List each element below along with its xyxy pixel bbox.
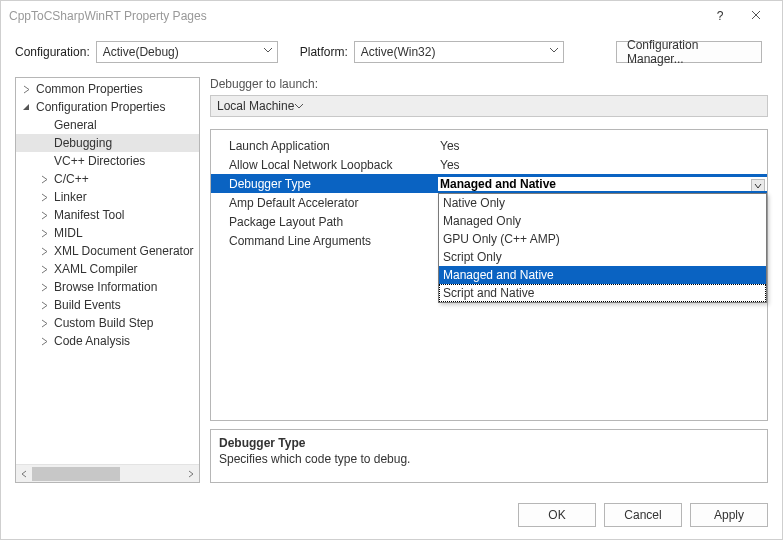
- chevron-collapsed-icon[interactable]: [38, 175, 50, 184]
- property-row[interactable]: Allow Local Network LoopbackYes: [211, 155, 767, 174]
- tree-item-label: Debugging: [52, 135, 114, 151]
- platform-label: Platform:: [300, 45, 348, 59]
- chevron-collapsed-icon[interactable]: [38, 337, 50, 346]
- tree-item[interactable]: General: [16, 116, 199, 134]
- description-text: Specifies which code type to debug.: [219, 452, 759, 466]
- tree-item-label: VC++ Directories: [52, 153, 147, 169]
- tree-item[interactable]: Common Properties: [16, 80, 199, 98]
- dropdown-item[interactable]: Script Only: [439, 248, 766, 266]
- chevron-collapsed-icon[interactable]: [20, 85, 32, 94]
- chevron-collapsed-icon[interactable]: [38, 301, 50, 310]
- chevron-expanded-icon[interactable]: [20, 103, 32, 112]
- tree-item-label: Browse Information: [52, 279, 159, 295]
- chevron-down-icon: [549, 45, 559, 55]
- chevron-down-icon[interactable]: [751, 179, 765, 191]
- chevron-collapsed-icon[interactable]: [38, 265, 50, 274]
- tree-item[interactable]: Custom Build Step: [16, 314, 199, 332]
- dropdown-item[interactable]: Script and Native: [439, 284, 766, 302]
- window-title: CppToCSharpWinRT Property Pages: [9, 9, 702, 23]
- property-pages-dialog: CppToCSharpWinRT Property Pages ? Config…: [0, 0, 783, 540]
- tree-item-label: General: [52, 117, 99, 133]
- tree-item[interactable]: XAML Compiler: [16, 260, 199, 278]
- dropdown-item[interactable]: Native Only: [439, 194, 766, 212]
- tree-item-label: XML Document Generator: [52, 243, 196, 259]
- chevron-collapsed-icon[interactable]: [38, 283, 50, 292]
- configuration-label: Configuration:: [15, 45, 90, 59]
- tree-item[interactable]: VC++ Directories: [16, 152, 199, 170]
- property-key: Allow Local Network Loopback: [211, 158, 438, 172]
- config-row: Configuration: Active(Debug) Platform: A…: [1, 31, 782, 77]
- tree-item[interactable]: Build Events: [16, 296, 199, 314]
- tree-item-label: Common Properties: [34, 81, 145, 97]
- tree-item-label: Custom Build Step: [52, 315, 155, 331]
- debugger-launch-label: Debugger to launch:: [210, 77, 768, 91]
- description-panel: Debugger Type Specifies which code type …: [210, 429, 768, 483]
- close-button[interactable]: [738, 2, 774, 30]
- configuration-combo[interactable]: Active(Debug): [96, 41, 278, 63]
- property-key: Launch Application: [211, 139, 438, 153]
- property-grid: Launch ApplicationYesAllow Local Network…: [210, 129, 768, 421]
- close-icon: [751, 9, 761, 23]
- tree-item[interactable]: Code Analysis: [16, 332, 199, 350]
- chevron-collapsed-icon[interactable]: [38, 247, 50, 256]
- scroll-left-icon[interactable]: [16, 466, 32, 482]
- chevron-collapsed-icon[interactable]: [38, 193, 50, 202]
- debugger-launch-value: Local Machine: [217, 99, 294, 113]
- tree-item[interactable]: Configuration Properties: [16, 98, 199, 116]
- property-key: Debugger Type: [211, 177, 438, 191]
- chevron-collapsed-icon[interactable]: [38, 229, 50, 238]
- chevron-down-icon: [263, 45, 273, 55]
- titlebar: CppToCSharpWinRT Property Pages ?: [1, 1, 782, 31]
- tree-item-label: Linker: [52, 189, 89, 205]
- property-value[interactable]: Yes: [438, 139, 767, 153]
- help-icon: ?: [717, 9, 724, 23]
- property-row[interactable]: Launch ApplicationYes: [211, 136, 767, 155]
- tree-item-label: XAML Compiler: [52, 261, 140, 277]
- tree-item[interactable]: C/C++: [16, 170, 199, 188]
- chevron-collapsed-icon[interactable]: [38, 211, 50, 220]
- property-row[interactable]: Debugger TypeManaged and Native: [211, 174, 767, 193]
- tree-item-label: Manifest Tool: [52, 207, 126, 223]
- tree-item[interactable]: Linker: [16, 188, 199, 206]
- tree-item-label: Code Analysis: [52, 333, 132, 349]
- tree-item[interactable]: XML Document Generator: [16, 242, 199, 260]
- tree-item[interactable]: MIDL: [16, 224, 199, 242]
- tree-item[interactable]: Browse Information: [16, 278, 199, 296]
- description-title: Debugger Type: [219, 436, 759, 450]
- property-value[interactable]: Yes: [438, 158, 767, 172]
- property-key: Command Line Arguments: [211, 234, 438, 248]
- dropdown-item[interactable]: Managed Only: [439, 212, 766, 230]
- tree-item-label: MIDL: [52, 225, 85, 241]
- scroll-right-icon[interactable]: [183, 466, 199, 482]
- cancel-button[interactable]: Cancel: [604, 503, 682, 527]
- configuration-manager-button[interactable]: Configuration Manager...: [616, 41, 762, 63]
- body: Common PropertiesConfiguration Propertie…: [1, 77, 782, 493]
- scroll-thumb[interactable]: [32, 467, 120, 481]
- debugger-type-dropdown[interactable]: Native OnlyManaged OnlyGPU Only (C++ AMP…: [438, 193, 767, 303]
- dropdown-item[interactable]: GPU Only (C++ AMP): [439, 230, 766, 248]
- chevron-collapsed-icon[interactable]: [38, 319, 50, 328]
- svg-marker-2: [23, 104, 29, 110]
- dropdown-item[interactable]: Managed and Native: [439, 266, 766, 284]
- debugger-launch-combo[interactable]: Local Machine: [210, 95, 768, 117]
- platform-value: Active(Win32): [361, 45, 436, 59]
- apply-button[interactable]: Apply: [690, 503, 768, 527]
- tree-item-label: Build Events: [52, 297, 123, 313]
- tree-items: Common PropertiesConfiguration Propertie…: [16, 78, 199, 464]
- horizontal-scrollbar[interactable]: [16, 464, 199, 482]
- property-value[interactable]: Managed and Native: [438, 177, 767, 191]
- nav-tree: Common PropertiesConfiguration Propertie…: [15, 77, 200, 483]
- ok-button[interactable]: OK: [518, 503, 596, 527]
- footer: OK Cancel Apply: [1, 493, 782, 539]
- tree-item-label: C/C++: [52, 171, 91, 187]
- platform-combo[interactable]: Active(Win32): [354, 41, 564, 63]
- help-button[interactable]: ?: [702, 2, 738, 30]
- property-key: Amp Default Accelerator: [211, 196, 438, 210]
- right-pane: Debugger to launch: Local Machine Launch…: [210, 77, 768, 483]
- property-key: Package Layout Path: [211, 215, 438, 229]
- scroll-track[interactable]: [32, 466, 183, 482]
- chevron-down-icon: [294, 101, 304, 111]
- tree-item[interactable]: Debugging: [16, 134, 199, 152]
- configuration-value: Active(Debug): [103, 45, 179, 59]
- tree-item[interactable]: Manifest Tool: [16, 206, 199, 224]
